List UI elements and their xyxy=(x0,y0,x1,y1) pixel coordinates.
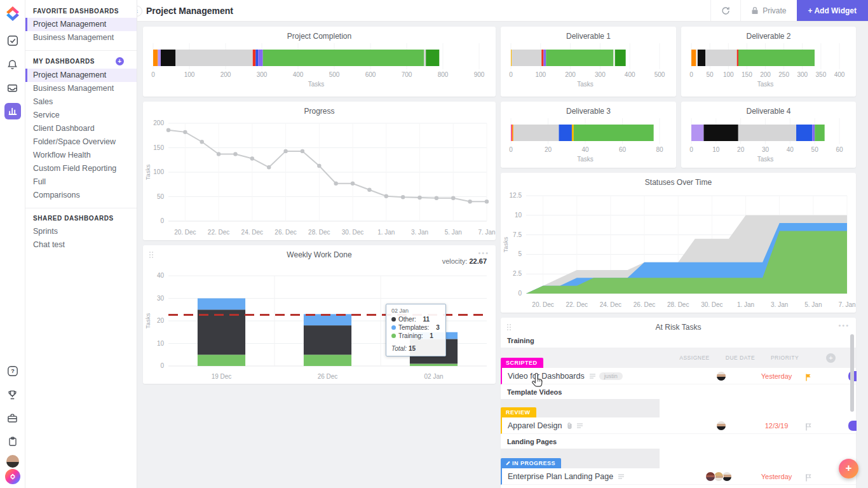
list-label-landing-pages[interactable]: Landing Pages xyxy=(501,434,856,449)
svg-text:Tasks: Tasks xyxy=(144,313,151,329)
add-dashboard-button[interactable]: + xyxy=(116,57,124,65)
help-icon[interactable]: ? xyxy=(4,363,21,379)
sidebar-item-custom-field-reporting[interactable]: Custom Field Reporting xyxy=(25,162,137,175)
task-row-enterprise-plan-landing-page[interactable]: Enterprise Plan Landing Page Yesterday xyxy=(501,468,856,485)
due-date[interactable]: 12/3/19 xyxy=(751,422,802,430)
widget-deliverable-2[interactable]: Deliverable 2 050100150200250300350400Ta… xyxy=(681,27,856,97)
svg-text:0: 0 xyxy=(518,290,522,297)
due-date[interactable]: Yesterday xyxy=(751,473,802,480)
svg-text:200: 200 xyxy=(153,119,164,126)
svg-text:0: 0 xyxy=(509,71,513,78)
drag-handle-icon[interactable] xyxy=(506,323,512,331)
open-task-icon[interactable] xyxy=(848,421,857,431)
assignee-avatar[interactable] xyxy=(705,471,715,482)
sidebar-item-full[interactable]: Full xyxy=(25,175,137,189)
briefcase-icon[interactable] xyxy=(4,410,21,426)
task-row-video-for-dashboards[interactable]: Video for Dashboards justin Yesterday xyxy=(501,368,856,384)
drag-handle-icon[interactable] xyxy=(149,251,154,259)
sidebar-item-business-management[interactable]: Business Management xyxy=(25,82,137,95)
assignee-avatar[interactable] xyxy=(716,421,726,431)
svg-text:02 Jan: 02 Jan xyxy=(424,373,443,380)
svg-text:100: 100 xyxy=(153,168,164,175)
svg-text:24. Dec: 24. Dec xyxy=(241,229,263,236)
svg-text:20. Dec: 20. Dec xyxy=(532,301,553,308)
svg-text:0: 0 xyxy=(689,71,693,78)
status-group-header: SCRIPTED ASSIGNEE DUE DATE PRIORITY + xyxy=(501,348,856,368)
lock-icon xyxy=(751,6,759,15)
svg-text:3. Jan: 3. Jan xyxy=(411,229,428,236)
svg-text:30: 30 xyxy=(762,146,770,153)
svg-text:5. Jan: 5. Jan xyxy=(445,229,462,236)
dashboards-sidebar: FAVORITE DASHBOARDS Project Management B… xyxy=(25,0,137,488)
svg-text:28. Dec: 28. Dec xyxy=(667,301,689,308)
svg-text:50: 50 xyxy=(157,193,165,200)
chart-tooltip: 02 Jan Other: 11 Templates: 3 Training: … xyxy=(386,304,446,356)
svg-text:60: 60 xyxy=(619,146,627,153)
widget-scrollbar[interactable] xyxy=(850,334,854,412)
user-avatar[interactable] xyxy=(6,455,19,468)
add-task-fab[interactable]: + xyxy=(839,459,858,478)
due-date[interactable]: Yesterday xyxy=(751,372,802,380)
dashboard-canvas: Project Completion 010020030040050060070… xyxy=(137,22,868,488)
svg-text:20. Dec: 20. Dec xyxy=(174,229,196,236)
clickup-bot-icon[interactable] xyxy=(5,469,20,484)
svg-text:60: 60 xyxy=(836,146,843,153)
svg-text:2.5: 2.5 xyxy=(513,270,522,277)
widget-deliverable-1[interactable]: Deliverable 1 0100200300400500Tasks xyxy=(501,27,676,97)
widget-deliverable-3[interactable]: Deliverable 3 020406080Tasks xyxy=(501,102,676,168)
sidebar-item-workflow-health[interactable]: Workflow Health xyxy=(25,149,137,162)
svg-text:700: 700 xyxy=(402,71,412,78)
shared-dashboards-section-header: SHARED DASHBOARDS xyxy=(25,211,137,225)
widget-project-completion[interactable]: Project Completion 010020030040050060070… xyxy=(143,27,496,97)
widget-statuses-over-time[interactable]: Statuses Over Time 02.557.51012.520. Dec… xyxy=(501,173,856,313)
refresh-button[interactable] xyxy=(710,0,740,21)
sidebar-item-sales[interactable]: Sales xyxy=(25,95,137,109)
sidebar-item-comparisons[interactable]: Comparisons xyxy=(25,189,137,202)
trophy-icon[interactable] xyxy=(4,386,21,403)
status-badge-scripted[interactable]: SCRIPTED xyxy=(501,358,543,368)
sidebar-item-chat-test[interactable]: Chat test xyxy=(25,238,137,252)
svg-text:30: 30 xyxy=(157,295,165,302)
add-column-button[interactable]: + xyxy=(826,353,836,363)
tasks-icon[interactable] xyxy=(4,32,21,49)
widget-menu-icon[interactable]: ••• xyxy=(478,249,489,257)
inbox-icon[interactable] xyxy=(4,79,21,96)
svg-text:200: 200 xyxy=(565,71,576,78)
sidebar-item-project-management[interactable]: Project Management xyxy=(25,69,137,82)
sidebar-item-client-dashboard[interactable]: Client Dashboard xyxy=(25,122,137,135)
list-label-training[interactable]: Training xyxy=(501,333,856,348)
svg-text:800: 800 xyxy=(438,71,449,78)
dashboards-icon[interactable] xyxy=(4,103,21,119)
sidebar-item-service[interactable]: Service xyxy=(25,109,137,122)
add-widget-button[interactable]: + Add Widget xyxy=(797,0,868,21)
widget-deliverable-4[interactable]: Deliverable 4 0102030405060Tasks xyxy=(681,102,856,168)
clickup-logo-icon[interactable] xyxy=(4,4,21,25)
tag-justin[interactable]: justin xyxy=(599,372,623,380)
svg-text:400: 400 xyxy=(293,71,304,78)
favorites-section-header: FAVORITE DASHBOARDS xyxy=(25,4,137,18)
priority-flag-icon[interactable] xyxy=(805,372,812,384)
sidebar-item-sprints[interactable]: Sprints xyxy=(25,225,137,238)
widget-at-risk-tasks[interactable]: At Risk Tasks ••• Training SCRIPTED ASSI… xyxy=(501,318,856,488)
deliverable-3-chart: 020406080Tasks xyxy=(501,117,676,168)
clipboard-icon[interactable] xyxy=(4,433,21,450)
assignee-avatar[interactable] xyxy=(716,371,726,381)
task-row-apparel-design[interactable]: Apparel Design 12/3/19 xyxy=(501,417,856,434)
list-label-template-videos[interactable]: Template Videos xyxy=(501,384,856,399)
notifications-bell-icon[interactable] xyxy=(4,56,21,72)
priority-flag-icon[interactable] xyxy=(805,473,812,484)
priority-flag-icon[interactable] xyxy=(805,422,812,433)
sidebar-item-folder-space-overview[interactable]: Folder/Space Overview xyxy=(25,135,137,149)
widget-progress[interactable]: Progress 05010015020020. Dec22. Dec24. D… xyxy=(143,102,496,240)
svg-text:150: 150 xyxy=(153,144,164,151)
widget-weekly-work-done[interactable]: Weekly Work Done ••• velocity: 22.67 010… xyxy=(143,245,496,384)
svg-text:0: 0 xyxy=(509,146,513,153)
svg-text:300: 300 xyxy=(595,71,606,78)
svg-text:900: 900 xyxy=(474,71,485,78)
widget-menu-icon[interactable]: ••• xyxy=(838,322,850,329)
sidebar-item-favorite-project-management[interactable]: Project Management xyxy=(25,18,137,31)
status-badge-review[interactable]: REVIEW xyxy=(501,407,536,417)
sidebar-item-favorite-business-management[interactable]: Business Management xyxy=(25,31,137,44)
privacy-setting[interactable]: Private xyxy=(740,0,796,21)
status-badge-in-progress[interactable]: IN PROGRESS xyxy=(501,458,561,468)
